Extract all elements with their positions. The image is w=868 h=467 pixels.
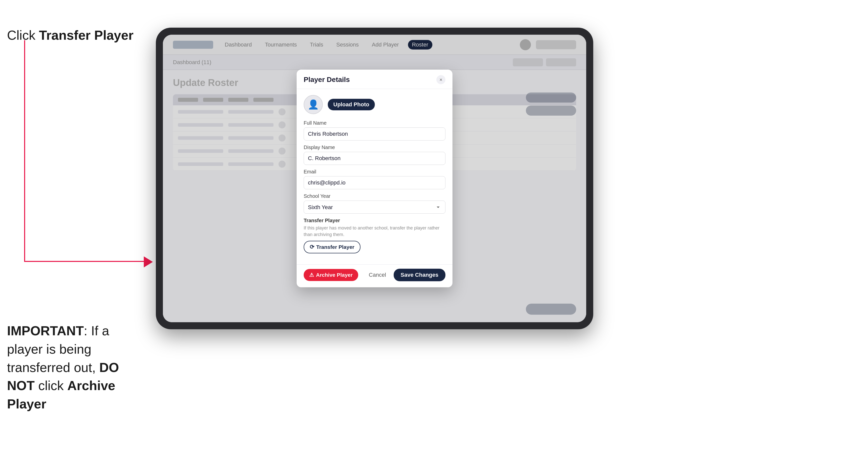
display-name-group: Display Name — [304, 145, 445, 165]
email-group: Email — [304, 169, 445, 189]
instruction-bottom: IMPORTANT: If a player is being transfer… — [7, 322, 148, 413]
save-changes-button[interactable]: Save Changes — [394, 269, 445, 281]
modal-footer: ⚠ Archive Player Cancel Save Changes — [297, 264, 453, 287]
modal-header: Player Details × — [297, 70, 453, 89]
archive-player-button[interactable]: ⚠ Archive Player — [304, 269, 358, 281]
transfer-icon: ⟳ — [310, 244, 314, 250]
modal-overlay: Player Details × 👤 Upload Photo Full Nam — [163, 35, 586, 322]
transfer-section-label: Transfer Player — [304, 218, 445, 223]
annotation-vertical-line — [24, 40, 25, 261]
transfer-player-label: Transfer Player — [316, 244, 354, 250]
school-year-label: School Year — [304, 193, 445, 199]
school-year-select[interactable]: First Year Second Year Third Year Fourth… — [304, 200, 445, 214]
transfer-section: Transfer Player If this player has moved… — [304, 218, 445, 253]
display-name-input[interactable] — [304, 152, 445, 165]
modal-body: 👤 Upload Photo Full Name Display Name — [297, 89, 453, 264]
display-name-label: Display Name — [304, 145, 445, 150]
full-name-label: Full Name — [304, 120, 445, 126]
tablet-device: Dashboard Tournaments Trials Sessions Ad… — [156, 28, 593, 329]
tablet-screen: Dashboard Tournaments Trials Sessions Ad… — [163, 35, 586, 322]
school-year-group: School Year First Year Second Year Third… — [304, 193, 445, 214]
avatar-circle: 👤 — [304, 95, 323, 114]
email-label: Email — [304, 169, 445, 175]
player-details-modal: Player Details × 👤 Upload Photo Full Nam — [297, 70, 453, 287]
avatar-section: 👤 Upload Photo — [304, 95, 445, 114]
modal-close-button[interactable]: × — [436, 75, 445, 84]
cancel-button[interactable]: Cancel — [364, 269, 391, 281]
transfer-section-description: If this player has moved to another scho… — [304, 225, 445, 238]
modal-title: Player Details — [304, 76, 350, 84]
avatar-icon: 👤 — [308, 99, 319, 110]
full-name-input[interactable] — [304, 127, 445, 141]
instruction-top: Click Transfer Player — [7, 28, 133, 43]
email-input[interactable] — [304, 176, 445, 189]
full-name-group: Full Name — [304, 120, 445, 141]
footer-right: Cancel Save Changes — [364, 269, 445, 281]
archive-player-label: Archive Player — [316, 272, 353, 278]
annotation-arrow — [144, 256, 153, 268]
transfer-player-button[interactable]: ⟳ Transfer Player — [304, 241, 361, 253]
archive-icon: ⚠ — [309, 272, 314, 278]
annotation-horizontal-line — [24, 261, 147, 262]
upload-photo-button[interactable]: Upload Photo — [328, 99, 375, 110]
